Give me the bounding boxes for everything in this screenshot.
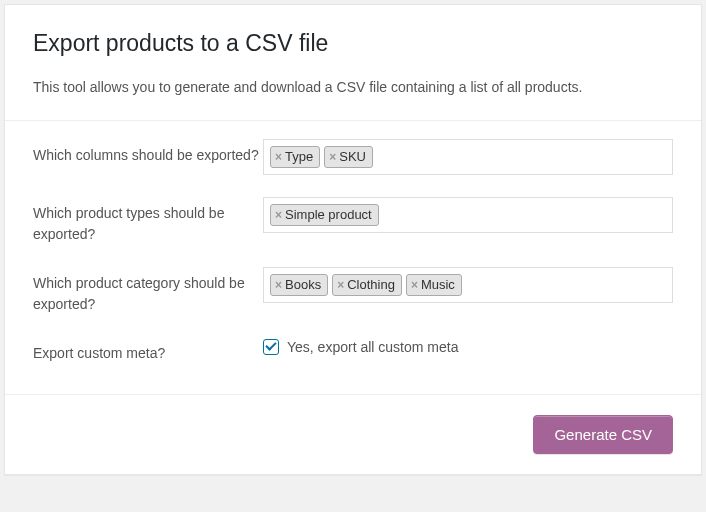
close-icon[interactable]: × (329, 151, 336, 163)
meta-checkbox-row: Yes, export all custom meta (263, 337, 673, 355)
tag[interactable]: ×Clothing (332, 274, 402, 296)
panel-header: Export products to a CSV file This tool … (5, 5, 701, 120)
meta-checkbox-label[interactable]: Yes, export all custom meta (287, 339, 458, 355)
label-meta: Export custom meta? (33, 337, 263, 364)
page-title: Export products to a CSV file (33, 29, 673, 59)
columns-input[interactable]: ×Type×SKU (263, 139, 673, 175)
page-description: This tool allows you to generate and dow… (33, 77, 673, 98)
tag[interactable]: ×Type (270, 146, 320, 168)
categories-input[interactable]: ×Books×Clothing×Music (263, 267, 673, 303)
meta-checkbox[interactable] (263, 339, 279, 355)
row-meta: Export custom meta? Yes, export all cust… (33, 337, 673, 364)
tag-label: Type (285, 148, 313, 166)
close-icon[interactable]: × (337, 279, 344, 291)
label-types: Which product types should be exported? (33, 197, 263, 245)
row-columns: Which columns should be exported? ×Type×… (33, 139, 673, 175)
form-section: Which columns should be exported? ×Type×… (5, 120, 701, 394)
label-columns: Which columns should be exported? (33, 139, 263, 166)
row-categories: Which product category should be exporte… (33, 267, 673, 315)
close-icon[interactable]: × (411, 279, 418, 291)
close-icon[interactable]: × (275, 209, 282, 221)
tag[interactable]: ×Music (406, 274, 462, 296)
export-panel: Export products to a CSV file This tool … (4, 4, 702, 475)
row-types: Which product types should be exported? … (33, 197, 673, 245)
tag[interactable]: ×Simple product (270, 204, 379, 226)
tag-label: Books (285, 276, 321, 294)
close-icon[interactable]: × (275, 151, 282, 163)
tag-label: Music (421, 276, 455, 294)
label-categories: Which product category should be exporte… (33, 267, 263, 315)
panel-footer: Generate CSV (5, 394, 701, 474)
generate-csv-button[interactable]: Generate CSV (533, 415, 673, 454)
tag-label: Clothing (347, 276, 395, 294)
tag[interactable]: ×Books (270, 274, 328, 296)
types-input[interactable]: ×Simple product (263, 197, 673, 233)
tag-label: Simple product (285, 206, 372, 224)
tag-label: SKU (339, 148, 366, 166)
tag[interactable]: ×SKU (324, 146, 373, 168)
close-icon[interactable]: × (275, 279, 282, 291)
